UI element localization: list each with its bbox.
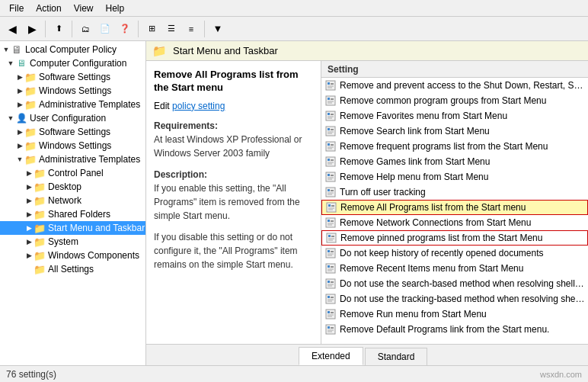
settings-header: Setting	[321, 61, 588, 78]
setting-item-s15[interactable]: Do not use the tracking-based method whe…	[321, 291, 588, 307]
tree-item-shared-folders[interactable]: ▶ 📁 Shared Folders	[0, 207, 145, 221]
tree-item-start-menu[interactable]: ▶ 📁 Start Menu and Taskbar	[0, 221, 145, 235]
tree-item-local-computer-policy[interactable]: ▼ 🖥 Local Computer Policy	[0, 43, 145, 56]
svg-rect-71	[328, 296, 330, 298]
edit-label: Edit	[154, 101, 172, 111]
tree-label-user-config: User Configuration	[30, 113, 106, 124]
tree-item-software-settings-1[interactable]: ▶ 📁 Software Settings	[0, 70, 145, 84]
svg-rect-51	[328, 235, 331, 237]
expand-arrow-wc: ▶	[24, 251, 34, 260]
tree-label-wc: Windows Components	[48, 250, 139, 261]
tree-item-computer-config[interactable]: ▼ 🖥 Computer Configuration	[0, 56, 145, 70]
setting-item-s17[interactable]: Remove Default Programs link from the St…	[321, 322, 588, 337]
list-view-btn[interactable]: ☰	[162, 20, 181, 38]
setting-policy-icon	[324, 262, 337, 274]
folder-icon-sf: 📁	[34, 210, 46, 219]
setting-item-s10[interactable]: Remove Network Connections from Start Me…	[321, 215, 588, 230]
filter-button[interactable]: ▼	[209, 20, 227, 38]
computer-icon: 🖥	[11, 45, 23, 54]
svg-rect-45	[326, 218, 335, 227]
description-text2: If you disable this setting or do not co…	[154, 232, 298, 270]
setting-item-s8[interactable]: Turn off user tracking	[321, 185, 588, 200]
description-section2: If you disable this setting or do not co…	[154, 230, 313, 271]
setting-item-s1[interactable]: Remove and prevent access to the Shut Do…	[321, 78, 588, 93]
folder-icon-sys: 📁	[34, 237, 46, 246]
properties-button[interactable]: 📄	[96, 20, 114, 38]
tab-extended[interactable]: Extended	[299, 347, 363, 365]
setting-item-s16[interactable]: Remove Run menu from Start Menu	[321, 307, 588, 322]
bottom-tabs: Extended Standard	[146, 344, 588, 365]
svg-rect-16	[328, 128, 330, 130]
menu-file[interactable]: File	[3, 2, 30, 15]
toolbar-separator-1	[45, 21, 46, 37]
folder-icon-sm: 📁	[34, 223, 46, 233]
settings-count: 76 setting(s)	[6, 369, 56, 380]
user-icon: 👤	[15, 114, 27, 123]
tree-item-windows-settings-1[interactable]: ▶ 📁 Windows Settings	[0, 84, 145, 98]
setting-item-s6[interactable]: Remove Games link from Start Menu	[321, 154, 588, 169]
setting-text-s7: Remove Help menu from Start Menu	[340, 172, 488, 182]
setting-policy-icon	[324, 95, 337, 107]
tree-item-system[interactable]: ▶ 📁 System	[0, 235, 145, 249]
expand-arrow-sf: ▶	[24, 210, 34, 219]
svg-rect-40	[327, 203, 336, 212]
tree-item-admin-templates-1[interactable]: ▶ 📁 Administrative Templates	[0, 98, 145, 111]
forward-button[interactable]: ▶	[23, 20, 41, 38]
expand-arrow-ss2: ▶	[15, 127, 24, 136]
svg-rect-55	[326, 249, 335, 258]
svg-rect-21	[328, 143, 330, 146]
description-panel: Remove All Programs list from the Start …	[146, 61, 321, 344]
back-button[interactable]: ◀	[3, 20, 21, 38]
setting-policy-icon	[324, 247, 337, 259]
setting-policy-icon	[324, 278, 337, 290]
setting-item-s13[interactable]: Remove Recent Items menu from Start Menu	[321, 261, 588, 276]
detail-view-btn[interactable]: ≡	[182, 20, 200, 38]
tree-item-windows-settings-2[interactable]: ▶ 📁 Windows Settings	[0, 139, 145, 152]
setting-item-s7[interactable]: Remove Help menu from Start Menu	[321, 169, 588, 185]
tree-item-admin-templates-2[interactable]: ▼ 📁 Administrative Templates	[0, 152, 145, 166]
svg-rect-1	[328, 82, 330, 85]
show-hide-button[interactable]: 🗂	[76, 20, 94, 38]
svg-rect-5	[326, 96, 335, 105]
tree-item-all-settings[interactable]: ▶ 📁 All Settings	[0, 262, 145, 276]
menu-view[interactable]: View	[68, 2, 100, 15]
settings-panel: Setting Remove and prevent access to the…	[321, 61, 588, 344]
svg-rect-35	[326, 188, 335, 197]
content-area: 📁 Start Menu and Taskbar Remove All Prog…	[146, 41, 588, 365]
svg-rect-10	[326, 111, 335, 120]
menu-action[interactable]: Action	[30, 2, 67, 15]
tree-item-network[interactable]: ▶ 📁 Network	[0, 194, 145, 207]
setting-text-s2: Remove common program groups from Start …	[340, 95, 546, 106]
setting-item-s4[interactable]: Remove Search link from Start Menu	[321, 124, 588, 139]
description-label: Description:	[154, 169, 207, 180]
setting-item-s11[interactable]: Remove pinned programs list from the Sta…	[321, 230, 588, 246]
tree-item-user-config[interactable]: ▼ 👤 User Configuration	[0, 111, 145, 125]
tab-standard[interactable]: Standard	[365, 348, 428, 365]
policy-link[interactable]: policy setting	[172, 101, 225, 111]
setting-policy-icon	[325, 201, 337, 213]
setting-item-s9[interactable]: Remove All Programs list from the Start …	[321, 200, 588, 215]
setting-policy-icon	[325, 232, 337, 244]
expand-arrow: ▼	[2, 45, 11, 54]
setting-item-s2[interactable]: Remove common program groups from Start …	[321, 93, 588, 108]
requirements-text: At least Windows XP Professional or Wind…	[154, 134, 302, 159]
up-button[interactable]: ⬆	[50, 20, 68, 38]
tree-item-windows-components[interactable]: ▶ 📁 Windows Components	[0, 249, 145, 262]
expand-arrow-sm: ▶	[24, 223, 34, 233]
svg-rect-6	[328, 98, 330, 100]
setting-item-s14[interactable]: Do not use the search-based method when …	[321, 276, 588, 291]
tree-item-desktop[interactable]: ▶ 📁 Desktop	[0, 180, 145, 194]
header-title: Start Menu and Taskbar	[173, 45, 278, 56]
tree-item-control-panel[interactable]: ▶ 📁 Control Panel	[0, 166, 145, 180]
setting-item-s3[interactable]: Remove Favorites menu from Start Menu	[321, 108, 588, 124]
help-button[interactable]: ❓	[116, 20, 134, 38]
setting-text-s3: Remove Favorites menu from Start Menu	[340, 111, 507, 121]
icon-view-btn[interactable]: ⊞	[142, 20, 161, 38]
setting-item-s5[interactable]: Remove frequent programs list from the S…	[321, 139, 588, 154]
menu-help[interactable]: Help	[100, 2, 131, 15]
setting-text-s15: Do not use the tracking-based method whe…	[340, 294, 585, 304]
tree-item-software-settings-2[interactable]: ▶ 📁 Software Settings	[0, 125, 145, 139]
setting-item-s12[interactable]: Do not keep history of recently opened d…	[321, 246, 588, 261]
expand-arrow-net: ▶	[24, 196, 34, 205]
tree-label-ws2: Windows Settings	[39, 140, 111, 151]
